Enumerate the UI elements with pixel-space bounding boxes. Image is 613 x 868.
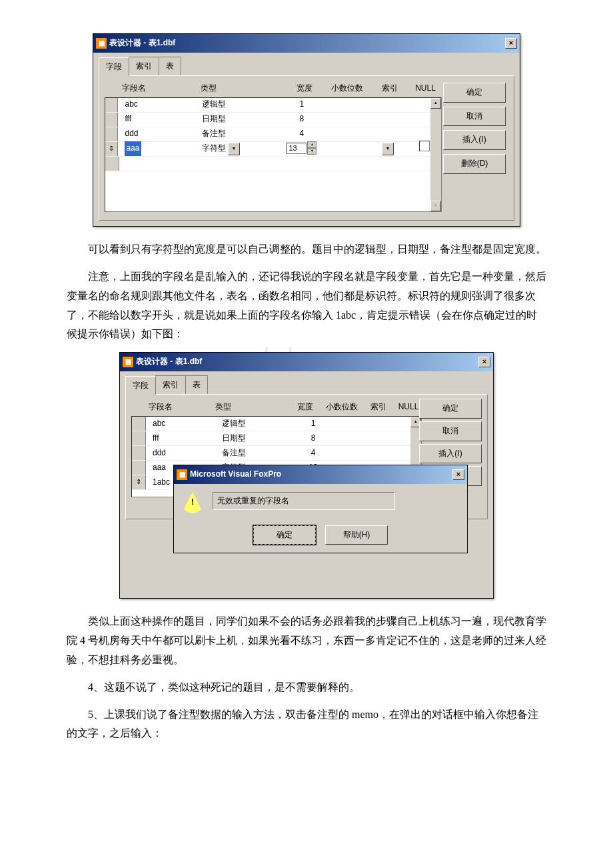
cell-type[interactable]: 日期型 — [199, 112, 282, 127]
header-decimals: 小数位数 — [324, 81, 370, 96]
paragraph: 可以看到只有字符型的宽度是可以自己调整的。题目中的逻辑型，日期型，备注型都是固定… — [67, 240, 546, 259]
row-grip[interactable] — [105, 98, 118, 112]
app-icon: ▦ — [177, 469, 187, 480]
titlebar: ▦ 表设计器 - 表1.dbf × — [93, 34, 520, 53]
ok-button[interactable]: 确定 — [443, 83, 506, 103]
app-icon: ▦ — [96, 38, 107, 49]
tab-index[interactable]: 索引 — [129, 57, 159, 76]
titlebar: ▦ 表设计器 - 表1.dbf × — [120, 353, 493, 371]
app-icon: ▦ — [123, 357, 133, 367]
cell-idx-select[interactable]: ▾ — [368, 141, 408, 156]
paragraph: 类似上面这种操作的题目，同学们如果不会的话务必跟着我的步骤自己上机练习一遍，现代… — [67, 612, 546, 669]
close-icon[interactable]: × — [505, 38, 517, 49]
close-icon[interactable]: × — [452, 469, 464, 480]
msgbox-help-button[interactable]: 帮助(H) — [325, 525, 388, 545]
cell-width-spin[interactable]: ▴▾ — [282, 141, 322, 156]
tab-fields[interactable]: 字段 — [125, 376, 156, 395]
scrollbar[interactable]: ▴ ▾ — [430, 98, 441, 211]
tab-index[interactable]: 索引 — [155, 375, 186, 395]
table-designer-dialog-1: ▦ 表设计器 - 表1.dbf × 字段 索引 表 字段名 类型 宽度 小数位数… — [93, 33, 520, 227]
row-grip-active[interactable] — [105, 142, 118, 156]
side-buttons: 确定 取消 插入(I) 删除(D) — [443, 83, 506, 173]
header-null: NULL — [395, 400, 422, 415]
msgbox-titlebar: ▦ Microsoft Visual FoxPro × — [174, 465, 467, 484]
cell-name[interactable]: ddd — [118, 127, 199, 141]
cell-type-select[interactable]: 字符型 ▾ — [199, 141, 282, 156]
field-grid[interactable]: abc 逻辑型 1 fff 日期型 8 — [105, 97, 442, 212]
tabs: 字段 索引 表 — [125, 375, 488, 395]
row-grip[interactable] — [132, 446, 146, 460]
chevron-down-icon[interactable]: ▾ — [382, 143, 394, 155]
table-row-active[interactable]: aaa 字符型 ▾ ▴▾ ▾ — [105, 142, 441, 157]
table-row[interactable]: abc 逻辑型 1 — [105, 98, 441, 113]
header-width: 宽度 — [289, 400, 322, 415]
header-name: 字段名 — [122, 81, 201, 96]
row-grip[interactable] — [105, 127, 118, 141]
paragraph: 4、这题不说了，类似这种死记的题目，是不需要解释的。 — [67, 678, 546, 697]
msgbox-text: 无效或重复的字段名 — [213, 492, 395, 511]
insert-button[interactable]: 插入(I) — [419, 444, 482, 464]
header-decimals: 小数位数 — [322, 400, 362, 415]
panel: 字段名 类型 宽度 小数位数 索引 NULL abc 逻辑型 1 — [99, 75, 514, 221]
spin-up-icon[interactable]: ▴ — [307, 141, 316, 148]
cancel-button[interactable]: 取消 — [443, 107, 506, 127]
window-title: 表设计器 - 表1.dbf — [109, 36, 175, 51]
cell-name[interactable]: abc — [118, 97, 199, 112]
spin-down-icon[interactable]: ▾ — [307, 148, 316, 155]
header-type: 类型 — [201, 81, 285, 96]
row-grip[interactable] — [105, 113, 118, 127]
cell-name-input[interactable]: aaa — [118, 141, 199, 156]
scroll-down-icon[interactable]: ▾ — [430, 201, 441, 211]
delete-button[interactable]: 删除(D) — [443, 154, 506, 174]
cell-width[interactable]: 1 — [282, 97, 322, 112]
insert-button[interactable]: 插入(I) — [443, 130, 506, 150]
close-icon[interactable]: × — [478, 357, 490, 367]
cell-width[interactable]: 8 — [282, 112, 322, 127]
paragraph: 注意，上面我的字段名是乱输入的，还记得我说的字段名就是字段变量，首先它是一种变量… — [67, 267, 546, 344]
cancel-button[interactable]: 取消 — [419, 421, 482, 441]
msgbox-title: Microsoft Visual FoxPro — [190, 467, 281, 482]
chevron-down-icon[interactable]: ▾ — [228, 143, 240, 155]
tab-fields[interactable]: 字段 — [99, 57, 129, 77]
header-index: 索引 — [362, 400, 395, 415]
header-name: 字段名 — [149, 400, 215, 415]
row-grip[interactable] — [105, 157, 119, 171]
header-null: NULL — [409, 81, 442, 96]
tab-table[interactable]: 表 — [159, 57, 181, 76]
table-row[interactable]: fff 日期型 8 — [132, 431, 421, 446]
tab-table[interactable]: 表 — [185, 375, 208, 395]
table-row-empty[interactable] — [105, 157, 441, 171]
table-row[interactable]: fff 日期型 8 — [105, 113, 441, 127]
cell-type[interactable]: 逻辑型 — [199, 97, 282, 112]
row-grip[interactable] — [132, 417, 146, 431]
cell-width[interactable]: 4 — [282, 127, 322, 141]
error-messagebox: ▦ Microsoft Visual FoxPro × ! 无效或重复的字段名 … — [173, 465, 468, 553]
tabs: 字段 索引 表 — [99, 57, 514, 76]
table-designer-dialog-2: ▦ 表设计器 - 表1.dbf × 字段 索引 表 字段名 类型 宽度 小数位数… — [119, 352, 494, 599]
column-headers: 字段名 类型 宽度 小数位数 索引 NULL — [149, 400, 422, 415]
table-row[interactable]: abc 逻辑型 1 — [132, 417, 421, 431]
row-grip[interactable] — [132, 431, 146, 445]
paragraph: 5、上课我们说了备注型数据的输入方法，双击备注型的 memo，在弹出的对话框中输… — [67, 705, 546, 744]
header-width: 宽度 — [285, 81, 324, 96]
scroll-up-icon[interactable]: ▴ — [430, 98, 441, 109]
header-index: 索引 — [370, 81, 409, 96]
msgbox-ok-button[interactable]: 确定 — [253, 525, 316, 545]
column-headers: 字段名 类型 宽度 小数位数 索引 NULL — [122, 81, 442, 96]
table-row[interactable]: ddd 备注型 4 — [105, 127, 441, 142]
cell-name[interactable]: fff — [118, 112, 199, 127]
row-grip-active[interactable] — [132, 475, 146, 489]
warning-icon: ! — [182, 492, 203, 513]
table-row[interactable]: ddd 备注型 4 — [132, 446, 421, 461]
cell-type[interactable]: 备注型 — [199, 127, 282, 141]
ok-button[interactable]: 确定 — [419, 399, 482, 419]
header-type: 类型 — [215, 400, 289, 415]
row-grip[interactable] — [132, 461, 146, 475]
window-title: 表设计器 - 表1.dbf — [136, 355, 202, 369]
width-input[interactable] — [287, 143, 306, 154]
